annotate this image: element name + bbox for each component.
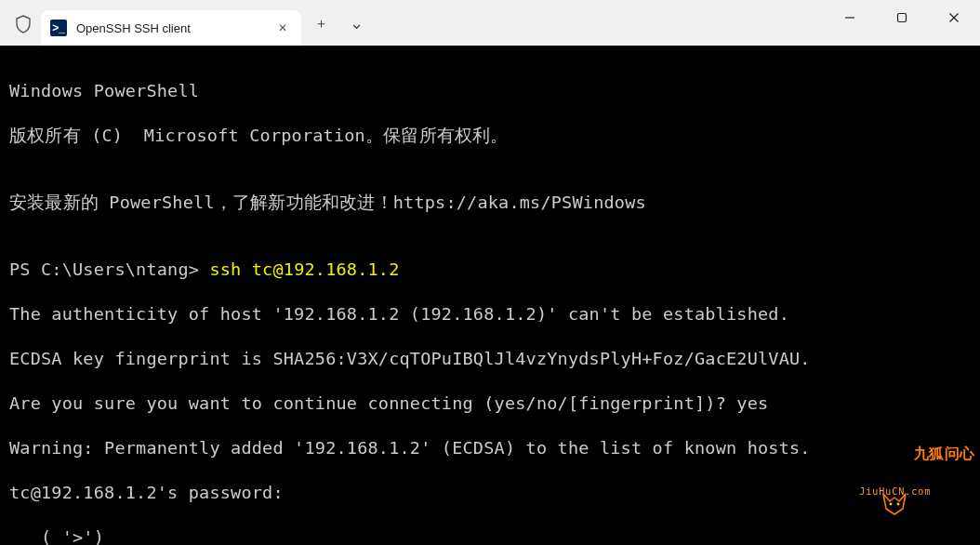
terminal-line: The authenticity of host '192.168.1.2 (1… [9,303,971,326]
terminal-line: 安装最新的 PowerShell，了解新功能和改进！https://aka.ms… [9,192,971,214]
svg-rect-1 [898,14,907,22]
terminal-line: tc@192.168.1.2's password: [9,482,971,504]
titlebar-left: >_ OpenSSH SSH client ✕ ＋ ⌄ [0,0,372,46]
title-bar: >_ OpenSSH SSH client ✕ ＋ ⌄ [0,0,980,47]
window-controls [824,0,980,35]
tab-openssh[interactable]: >_ OpenSSH SSH client ✕ [41,10,301,46]
terminal-line: Warning: Permanently added '192.168.1.2'… [9,437,971,459]
terminal-line: ECDSA key fingerprint is SHA256:V3X/cqTO… [9,348,971,370]
terminal-line: Windows PowerShell [9,80,971,102]
tab-title: OpenSSH SSH client [76,21,273,35]
ssh-command: ssh tc@192.168.1.2 [209,259,399,279]
tab-dropdown-button[interactable]: ⌄ [340,7,372,39]
maximize-button[interactable] [876,0,928,35]
close-button[interactable] [928,0,980,35]
svg-point-5 [897,503,900,506]
terminal-line: 版权所有 (C) Microsoft Corporation。保留所有权利。 [9,125,971,147]
terminal-line: ( '>') [9,526,971,545]
security-shield-icon[interactable] [6,3,41,46]
tab-close-button[interactable]: ✕ [273,19,292,37]
terminal-line: Are you sure you want to continue connec… [9,392,971,415]
svg-point-4 [890,503,893,506]
new-tab-button[interactable]: ＋ [305,7,337,39]
terminal-line: PS C:\Users\ntang> ssh tc@192.168.1.2 [9,259,971,281]
terminal[interactable]: Windows PowerShell 版权所有 (C) Microsoft Co… [0,47,980,545]
tab-actions: ＋ ⌄ [301,1,372,46]
powershell-icon: >_ [50,20,67,36]
ps-prompt: PS C:\Users\ntang> [9,259,209,279]
minimize-button[interactable] [824,0,876,35]
